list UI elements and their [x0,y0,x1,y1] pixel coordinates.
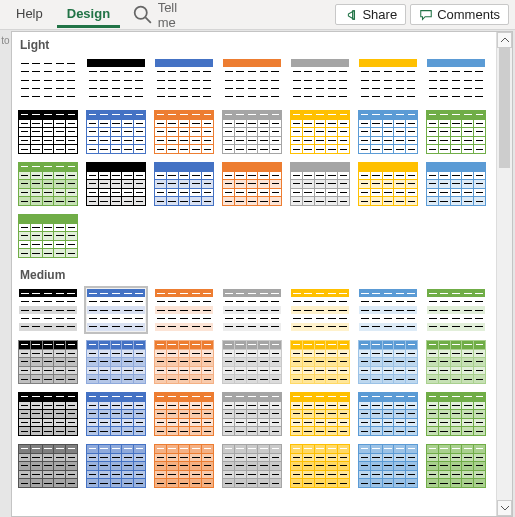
table-style-medium-1-2[interactable] [152,338,216,386]
table-style-medium-2-2[interactable] [152,390,216,438]
gallery-section-label: Light [16,36,496,56]
table-style-medium-2-0[interactable] [16,390,80,438]
table-style-medium-2-4[interactable] [288,390,352,438]
table-style-medium-1-6[interactable] [424,338,488,386]
table-style-light-2-5[interactable] [356,160,420,208]
ribbon-bar: Help Design Tell me Share Comments [0,0,515,30]
table-style-medium-0-0[interactable] [16,286,80,334]
table-style-medium-3-6[interactable] [424,442,488,490]
table-style-light-0-1[interactable] [84,56,148,104]
scroll-thumb[interactable] [499,48,510,168]
scroll-down-button[interactable] [497,500,512,516]
table-style-medium-0-2[interactable] [152,286,216,334]
table-style-medium-0-3[interactable] [220,286,284,334]
share-button[interactable]: Share [335,4,406,25]
table-style-medium-0-6[interactable] [424,286,488,334]
table-style-medium-1-4[interactable] [288,338,352,386]
table-style-light-1-1[interactable] [84,108,148,156]
table-style-medium-0-4[interactable] [288,286,352,334]
table-style-medium-0-1[interactable] [84,286,148,334]
table-style-light-0-2[interactable] [152,56,216,104]
tell-me-search[interactable]: Tell me [124,0,185,34]
table-style-medium-2-3[interactable] [220,390,284,438]
table-style-light-1-4[interactable] [288,108,352,156]
table-style-medium-1-1[interactable] [84,338,148,386]
table-style-medium-3-0[interactable] [16,442,80,490]
gallery-scrollbar[interactable] [496,32,512,516]
table-style-light-2-2[interactable] [152,160,216,208]
table-style-light-0-3[interactable] [220,56,284,104]
sheet-fragment: to [0,31,11,517]
table-style-light-0-5[interactable] [356,56,420,104]
table-style-medium-1-3[interactable] [220,338,284,386]
comments-label: Comments [437,7,500,22]
table-style-light-1-5[interactable] [356,108,420,156]
table-style-light-0-4[interactable] [288,56,352,104]
tab-help[interactable]: Help [6,2,53,28]
share-label: Share [362,7,397,22]
table-style-medium-1-5[interactable] [356,338,420,386]
search-icon [132,4,154,26]
scroll-track[interactable] [497,48,512,500]
table-style-medium-1-0[interactable] [16,338,80,386]
table-style-light-2-6[interactable] [424,160,488,208]
table-style-light-0-0[interactable] [16,56,80,104]
gallery-grid [16,56,496,266]
table-style-medium-2-1[interactable] [84,390,148,438]
table-style-light-1-6[interactable] [424,108,488,156]
gallery-section-label: Medium [16,266,496,286]
comment-icon [419,8,433,22]
tab-design[interactable]: Design [57,2,120,28]
chevron-up-icon [501,36,509,44]
table-style-light-2-3[interactable] [220,160,284,208]
table-style-medium-2-6[interactable] [424,390,488,438]
table-style-medium-3-5[interactable] [356,442,420,490]
table-style-medium-3-1[interactable] [84,442,148,490]
table-style-light-2-4[interactable] [288,160,352,208]
table-style-light-0-6[interactable] [424,56,488,104]
table-style-medium-3-3[interactable] [220,442,284,490]
table-style-light-2-0[interactable] [16,160,80,208]
scroll-up-button[interactable] [497,32,512,48]
svg-rect-2 [353,10,355,19]
gallery-grid [16,286,496,496]
table-style-light-1-0[interactable] [16,108,80,156]
table-style-medium-0-5[interactable] [356,286,420,334]
svg-point-0 [135,6,147,18]
table-style-medium-3-2[interactable] [152,442,216,490]
table-style-light-3-0[interactable] [16,212,80,260]
chevron-down-icon [501,504,509,512]
svg-line-1 [146,17,151,22]
table-style-medium-3-4[interactable] [288,442,352,490]
gallery-scroll-area: LightMedium [12,32,496,516]
share-icon [344,8,358,22]
table-style-light-2-1[interactable] [84,160,148,208]
comments-button[interactable]: Comments [410,4,509,25]
table-style-light-1-3[interactable] [220,108,284,156]
table-style-medium-2-5[interactable] [356,390,420,438]
tell-me-label: Tell me [158,0,178,30]
table-style-light-1-2[interactable] [152,108,216,156]
table-styles-gallery: LightMedium [11,31,513,517]
